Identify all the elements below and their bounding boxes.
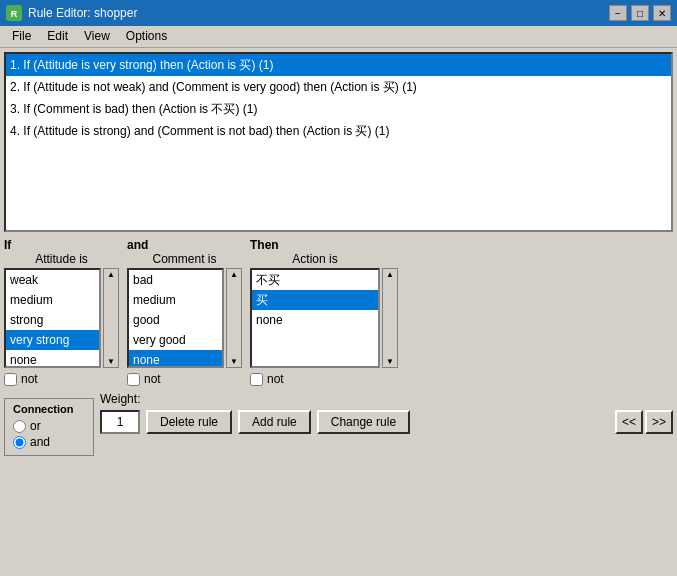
if-scrollbar[interactable]: ▲ ▼	[103, 268, 119, 368]
weight-row: Weight:	[100, 392, 673, 406]
listboxes-row: weak medium strong very strong none ▲ ▼ …	[4, 268, 673, 368]
app-icon: R	[6, 5, 22, 21]
then-label: Then	[250, 238, 279, 252]
then-sublabel: Action is	[250, 252, 380, 266]
menu-options[interactable]: Options	[118, 28, 175, 45]
if-sublabel: Attitude is	[4, 252, 119, 266]
delete-rule-button[interactable]: Delete rule	[146, 410, 232, 434]
weight-label: Weight:	[100, 392, 140, 406]
menu-file[interactable]: File	[4, 28, 39, 45]
bottom-controls-area: Connection or and Weight: Delete rule Ad…	[4, 392, 673, 456]
and-label: and	[127, 238, 148, 252]
and-not-cell: not	[127, 372, 242, 386]
window-title: Rule Editor: shopper	[28, 6, 137, 20]
then-label-col: Then Action is	[250, 238, 673, 266]
and-item-none[interactable]: none	[129, 350, 222, 368]
then-item-none[interactable]: none	[252, 310, 378, 330]
menu-bar: File Edit View Options	[0, 26, 677, 48]
radio-and[interactable]	[13, 436, 26, 449]
and-listbox-container: bad medium good very good none ▲ ▼	[127, 268, 242, 368]
radio-or-row: or	[13, 419, 85, 433]
radio-or-label: or	[30, 419, 41, 433]
add-rule-button[interactable]: Add rule	[238, 410, 311, 434]
if-item-weak[interactable]: weak	[6, 270, 99, 290]
title-bar: R Rule Editor: shopper − □ ✕	[0, 0, 677, 26]
rules-list-container[interactable]: 1. If (Attitude is very strong) then (Ac…	[4, 52, 673, 232]
if-label-col: If Attitude is	[4, 238, 119, 266]
then-not-cell: not	[250, 372, 673, 386]
connection-box: Connection or and	[4, 398, 94, 456]
and-item-very-good[interactable]: very good	[129, 330, 222, 350]
connection-title: Connection	[13, 403, 85, 415]
then-listbox-container: 不买 买 none ▲ ▼	[250, 268, 673, 368]
menu-view[interactable]: View	[76, 28, 118, 45]
nav-buttons: << >>	[615, 410, 673, 434]
radio-and-label: and	[30, 435, 50, 449]
action-buttons-row: Delete rule Add rule Change rule << >>	[100, 410, 673, 434]
and-item-medium[interactable]: medium	[129, 290, 222, 310]
nav-next-button[interactable]: >>	[645, 410, 673, 434]
nav-prev-button[interactable]: <<	[615, 410, 643, 434]
then-listbox[interactable]: 不买 买 none	[250, 268, 380, 368]
then-not-checkbox[interactable]	[250, 373, 263, 386]
if-listbox[interactable]: weak medium strong very strong none	[4, 268, 101, 368]
and-not-checkbox[interactable]	[127, 373, 140, 386]
if-not-label: not	[21, 372, 38, 386]
if-item-very-strong[interactable]: very strong	[6, 330, 99, 350]
and-label-col: and Comment is	[127, 238, 242, 266]
radio-and-row: and	[13, 435, 85, 449]
rule-item-3[interactable]: 3. If (Comment is bad) then (Action is 不…	[6, 98, 671, 120]
if-not-cell: not	[4, 372, 119, 386]
maximize-button[interactable]: □	[631, 5, 649, 21]
not-checkboxes-row: not not not	[4, 372, 673, 386]
and-item-good[interactable]: good	[129, 310, 222, 330]
change-rule-button[interactable]: Change rule	[317, 410, 410, 434]
menu-edit[interactable]: Edit	[39, 28, 76, 45]
title-bar-left: R Rule Editor: shopper	[6, 5, 137, 21]
if-listbox-container: weak medium strong very strong none ▲ ▼	[4, 268, 119, 368]
if-item-strong[interactable]: strong	[6, 310, 99, 330]
and-not-label: not	[144, 372, 161, 386]
if-not-checkbox[interactable]	[4, 373, 17, 386]
rule-item-4[interactable]: 4. If (Attitude is strong) and (Comment …	[6, 120, 671, 142]
and-item-bad[interactable]: bad	[129, 270, 222, 290]
svg-text:R: R	[11, 9, 18, 19]
then-scrollbar[interactable]: ▲ ▼	[382, 268, 398, 368]
weight-actions-area: Weight: Delete rule Add rule Change rule…	[100, 392, 673, 434]
if-item-medium[interactable]: medium	[6, 290, 99, 310]
then-not-label: not	[267, 372, 284, 386]
then-item-no-buy[interactable]: 不买	[252, 270, 378, 290]
and-listbox[interactable]: bad medium good very good none	[127, 268, 224, 368]
rule-item-1[interactable]: 1. If (Attitude is very strong) then (Ac…	[6, 54, 671, 76]
radio-or[interactable]	[13, 420, 26, 433]
window-controls: − □ ✕	[609, 5, 671, 21]
close-window-button[interactable]: ✕	[653, 5, 671, 21]
main-container: 1. If (Attitude is very strong) then (Ac…	[0, 48, 677, 576]
then-item-buy[interactable]: 买	[252, 290, 378, 310]
rule-item-2[interactable]: 2. If (Attitude is not weak) and (Commen…	[6, 76, 671, 98]
and-sublabel: Comment is	[127, 252, 242, 266]
if-item-none[interactable]: none	[6, 350, 99, 368]
if-label: If	[4, 238, 11, 252]
and-scrollbar[interactable]: ▲ ▼	[226, 268, 242, 368]
condition-labels-row: If Attitude is and Comment is Then Actio…	[4, 238, 673, 266]
weight-input[interactable]	[100, 410, 140, 434]
minimize-button[interactable]: −	[609, 5, 627, 21]
